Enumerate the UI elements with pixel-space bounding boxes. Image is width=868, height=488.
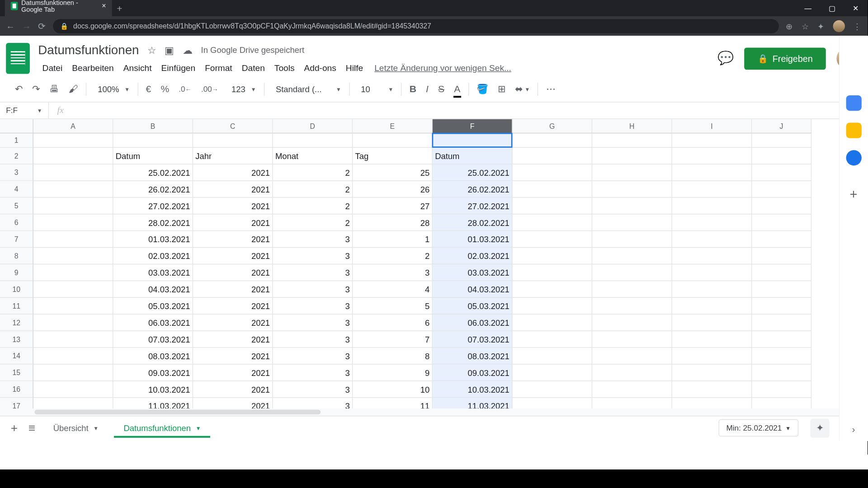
cell[interactable] bbox=[752, 164, 811, 181]
browser-tab[interactable]: Datumsfunktionen - Google Tab × bbox=[5, 0, 112, 17]
menu-tools[interactable]: Tools bbox=[270, 61, 299, 75]
row-header[interactable]: 4 bbox=[0, 181, 33, 198]
cell[interactable]: 04.03.2021 bbox=[113, 281, 193, 298]
share-button[interactable]: 🔒 Freigeben bbox=[745, 47, 826, 70]
cell[interactable]: 03.03.2021 bbox=[433, 264, 513, 281]
close-window-button[interactable]: ✕ bbox=[844, 0, 868, 17]
menu-einfuegen[interactable]: Einfügen bbox=[157, 61, 199, 75]
cell[interactable] bbox=[752, 281, 811, 298]
cell[interactable]: 3 bbox=[273, 381, 353, 398]
cell[interactable] bbox=[512, 398, 592, 408]
cell[interactable]: 2021 bbox=[193, 381, 273, 398]
cell[interactable]: 27 bbox=[353, 198, 433, 215]
cell[interactable] bbox=[672, 133, 752, 148]
cell[interactable] bbox=[33, 365, 113, 381]
cell[interactable]: 25.02.2021 bbox=[433, 164, 513, 181]
cell[interactable]: 28.02.2021 bbox=[433, 214, 513, 231]
cell[interactable] bbox=[592, 198, 672, 215]
cell[interactable]: 09.03.2021 bbox=[433, 365, 513, 381]
cell[interactable]: 26.02.2021 bbox=[433, 181, 513, 198]
col-header-D[interactable]: D bbox=[273, 119, 353, 134]
cell[interactable]: 26.02.2021 bbox=[113, 181, 193, 198]
cell[interactable] bbox=[512, 198, 592, 215]
cell[interactable]: 6 bbox=[353, 314, 433, 331]
cell[interactable] bbox=[512, 133, 592, 148]
cell[interactable]: 2021 bbox=[193, 398, 273, 408]
cell[interactable]: 25 bbox=[353, 164, 433, 181]
cell[interactable]: Monat bbox=[273, 148, 353, 164]
undo-button[interactable]: ↶ bbox=[11, 80, 27, 99]
cell[interactable]: 3 bbox=[273, 248, 353, 264]
zoom-icon[interactable]: ⊕ bbox=[786, 21, 793, 31]
cell[interactable]: Jahr bbox=[193, 148, 273, 164]
cell[interactable] bbox=[512, 281, 592, 298]
cell[interactable] bbox=[33, 198, 113, 215]
cell[interactable] bbox=[273, 133, 353, 148]
font-select[interactable]: Standard (...▼ bbox=[268, 78, 345, 99]
row-header[interactable]: 17 bbox=[0, 398, 33, 408]
cell[interactable] bbox=[592, 314, 672, 331]
cell[interactable] bbox=[672, 198, 752, 215]
cell[interactable] bbox=[33, 331, 113, 348]
cell[interactable]: 2021 bbox=[193, 164, 273, 181]
cell[interactable]: 01.03.2021 bbox=[433, 231, 513, 248]
add-sheet-button[interactable]: + bbox=[8, 419, 20, 437]
extensions-icon[interactable]: ✦ bbox=[817, 21, 825, 31]
cell[interactable] bbox=[33, 164, 113, 181]
cell[interactable] bbox=[592, 365, 672, 381]
row-header[interactable]: 1 bbox=[0, 133, 33, 148]
cell[interactable] bbox=[512, 298, 592, 314]
zoom-select[interactable]: 100%▼ bbox=[90, 78, 134, 99]
spreadsheet-grid[interactable]: ABCDEFGHIJ12DatumJahrMonatTagDatum325.02… bbox=[0, 119, 868, 409]
cell[interactable]: 3 bbox=[273, 398, 353, 408]
cell[interactable]: 3 bbox=[353, 264, 433, 281]
cell[interactable] bbox=[752, 198, 811, 215]
font-size-select[interactable]: 10▼ bbox=[353, 78, 397, 99]
move-folder-icon[interactable]: ▣ bbox=[165, 44, 174, 56]
cell[interactable] bbox=[33, 231, 113, 248]
cell[interactable] bbox=[33, 248, 113, 264]
row-header[interactable]: 11 bbox=[0, 298, 33, 314]
cell[interactable] bbox=[752, 365, 811, 381]
cell[interactable]: 05.03.2021 bbox=[433, 298, 513, 314]
cell[interactable]: 10 bbox=[353, 381, 433, 398]
strikethrough-button[interactable]: S bbox=[434, 80, 449, 98]
chevron-down-icon[interactable]: ▼ bbox=[93, 425, 99, 431]
cell[interactable] bbox=[672, 381, 752, 398]
cell[interactable] bbox=[592, 248, 672, 264]
row-header[interactable]: 14 bbox=[0, 348, 33, 365]
cell[interactable]: 25.02.2021 bbox=[113, 164, 193, 181]
fill-color-button[interactable]: 🪣 bbox=[472, 80, 493, 99]
sheet-tab-datumsfunktionen[interactable]: Datumsfunktionen ▼ bbox=[114, 418, 210, 437]
cell[interactable] bbox=[672, 248, 752, 264]
profile-avatar[interactable] bbox=[833, 20, 845, 32]
cell[interactable] bbox=[512, 381, 592, 398]
cell[interactable] bbox=[592, 231, 672, 248]
cell[interactable] bbox=[592, 181, 672, 198]
reload-button[interactable]: ⟳ bbox=[38, 21, 46, 32]
cell[interactable] bbox=[512, 231, 592, 248]
cell[interactable]: Tag bbox=[353, 148, 433, 164]
cell[interactable] bbox=[512, 331, 592, 348]
sheet-tab-uebersicht[interactable]: Übersicht ▼ bbox=[44, 418, 108, 437]
cell[interactable] bbox=[512, 164, 592, 181]
cell[interactable]: 2021 bbox=[193, 331, 273, 348]
cell[interactable]: Datum bbox=[113, 148, 193, 164]
row-header[interactable]: 7 bbox=[0, 231, 33, 248]
italic-button[interactable]: I bbox=[422, 80, 433, 98]
cell[interactable]: 2021 bbox=[193, 314, 273, 331]
col-header-H[interactable]: H bbox=[592, 119, 672, 134]
borders-button[interactable]: ⊞ bbox=[494, 80, 510, 99]
cell[interactable]: 3 bbox=[273, 331, 353, 348]
cell[interactable]: 28 bbox=[353, 214, 433, 231]
collapse-side-panel-icon[interactable]: › bbox=[852, 424, 855, 435]
print-button[interactable]: 🖶 bbox=[45, 80, 63, 98]
cell[interactable]: 2 bbox=[273, 181, 353, 198]
cell[interactable]: 28.02.2021 bbox=[113, 214, 193, 231]
cell[interactable] bbox=[752, 348, 811, 365]
cell[interactable]: 2021 bbox=[193, 181, 273, 198]
cell[interactable] bbox=[752, 398, 811, 408]
cell[interactable]: 2021 bbox=[193, 365, 273, 381]
scrollbar-thumb[interactable] bbox=[34, 410, 321, 415]
cell[interactable]: 11.03.2021 bbox=[113, 398, 193, 408]
